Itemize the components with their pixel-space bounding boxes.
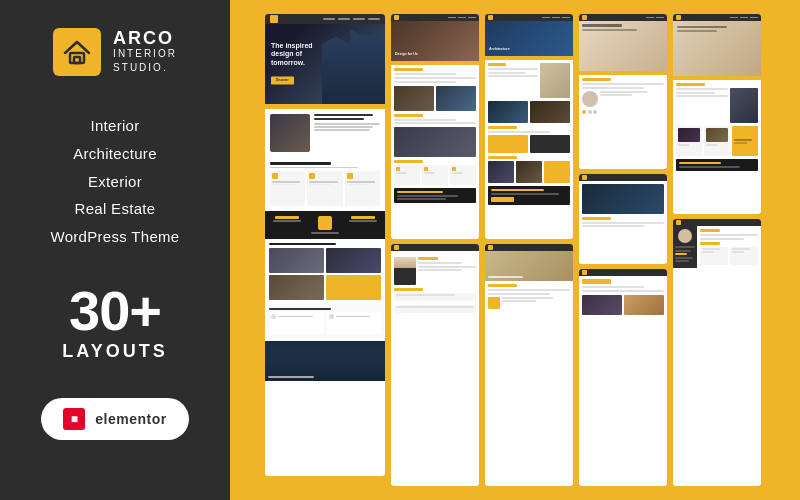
- 5b-exp-grid: [700, 247, 758, 265]
- 4b-t3: [582, 225, 644, 227]
- preview-2b: [391, 244, 479, 486]
- stat-label-3: [349, 220, 377, 222]
- 3a-mc-2: [516, 161, 542, 183]
- 3a-s2-t2: [488, 131, 550, 133]
- 2a-fc3-text: [452, 172, 463, 174]
- nav-link-4: [368, 18, 380, 20]
- city-text: [268, 376, 314, 378]
- f3-line1: [347, 181, 375, 183]
- right-panel: The inspired design of tomorrow. Discove…: [230, 0, 800, 500]
- 5a-nl-1: [730, 17, 738, 18]
- 5a-hero-text: [677, 26, 727, 32]
- preview-col-5: [673, 14, 761, 486]
- 2b-person: [394, 257, 476, 285]
- 4a-t1: [582, 78, 611, 81]
- test-1: [269, 312, 324, 334]
- 2a-building-img: [394, 127, 476, 157]
- 3a-nav-links: [542, 17, 570, 18]
- 5a-sc3-yellow: [732, 126, 758, 156]
- 4a-nl-1: [646, 17, 654, 18]
- 4a-dot1: [582, 110, 586, 114]
- 4a-t3: [582, 87, 644, 89]
- 3a-hero: Architecture: [485, 21, 573, 56]
- 2a-ds-t3: [397, 198, 446, 200]
- layouts-count-area: 30+ LAYOUTS: [62, 283, 167, 362]
- 2a-nl-1: [448, 17, 456, 18]
- 5a-sc2-text: [706, 144, 717, 146]
- 5b-m-t1: [700, 229, 720, 232]
- 5a-sc1: [676, 126, 702, 156]
- specializing-content: [270, 114, 380, 152]
- preview-4a: [579, 14, 667, 169]
- 5b-s-accent: [675, 253, 687, 255]
- offer-sub: [270, 167, 358, 169]
- feature-icon-1: [272, 173, 278, 179]
- 3a-dark-cta: [488, 186, 570, 205]
- preview-2a: Design for Us: [391, 14, 479, 239]
- 3b-t2: [488, 289, 570, 291]
- 2a-hero-text: Design for Us: [395, 52, 418, 57]
- 4b-t2: [582, 222, 664, 224]
- preview-nav-logo: [270, 15, 278, 23]
- 3a-content: [485, 60, 573, 208]
- 5b-nav-logo: [676, 220, 681, 225]
- 3b-icon: [488, 297, 500, 309]
- 2a-s2-t2: [394, 119, 456, 121]
- 2a-fc-3: [450, 165, 476, 185]
- spec-desc-3: [314, 129, 370, 131]
- 2a-fc2-icon: [424, 167, 428, 171]
- 4c-nav: [579, 269, 667, 276]
- spec-line-2: [314, 118, 364, 120]
- 5b-s-t2: [675, 250, 691, 252]
- 2a-hero: Design for Us: [391, 21, 479, 61]
- preview-col-2: Design for Us: [391, 14, 479, 486]
- nav-link-3: [353, 18, 365, 20]
- 4a-ht2: [582, 29, 637, 31]
- preview-5a: [673, 14, 761, 214]
- tagline-interior: Interior: [51, 112, 180, 140]
- 4a-nav: [579, 14, 667, 21]
- 2a-fc3-icon: [452, 167, 456, 171]
- preview-3a: Architecture: [485, 14, 573, 239]
- 3a-s2-t1: [488, 126, 517, 129]
- 4a-hero-text: [582, 24, 637, 31]
- taglines-list: Interior Architecture Exterior Real Esta…: [51, 112, 180, 251]
- feature-cards-row: [270, 171, 380, 206]
- elementor-icon: ■: [63, 408, 85, 430]
- test2-avatar: [329, 314, 334, 319]
- 2b-services: [394, 288, 476, 314]
- 2a-img-grid: [394, 86, 476, 111]
- 2b-person-info: [418, 257, 476, 271]
- 4a-avt2: [600, 94, 632, 96]
- 5a-sc1-img: [678, 128, 700, 142]
- projects-grid: [269, 248, 381, 300]
- 2a-fc2-text: [424, 172, 435, 174]
- layouts-count: 30+: [62, 283, 167, 339]
- 2a-s2-t1: [394, 114, 423, 117]
- 4a-av1: [582, 91, 598, 107]
- 3a-section2: [488, 126, 570, 153]
- 4a-av-text: [600, 91, 664, 107]
- stat-2: [308, 216, 343, 234]
- 3a-nl-1: [542, 17, 550, 18]
- stats-section: [265, 211, 385, 239]
- 5a-hero: [673, 21, 761, 76]
- 4c-t2: [582, 290, 664, 292]
- 5b-s-t3: [675, 257, 693, 259]
- 2a-section2: [394, 114, 476, 125]
- 4a-dot2: [588, 110, 592, 114]
- 3a-cat-1: [488, 135, 528, 153]
- 3a-nl-2: [552, 17, 560, 18]
- 2b-person-photo: [394, 257, 416, 285]
- 4c-accent: [582, 279, 611, 284]
- 5a-sc2: [704, 126, 730, 156]
- preview-nav-links: [323, 18, 380, 20]
- 5a-t1: [676, 83, 705, 86]
- 5b-layout: [673, 226, 761, 268]
- hero-headline: The inspired design of tomorrow.: [271, 42, 326, 67]
- f2-line2: [309, 184, 331, 186]
- brand-title: ARCO: [113, 29, 177, 47]
- logo-area: ARCO INTERIOR STUDIO.: [53, 28, 177, 76]
- 5b-e1t1: [702, 248, 721, 250]
- nav-link-1: [323, 18, 335, 20]
